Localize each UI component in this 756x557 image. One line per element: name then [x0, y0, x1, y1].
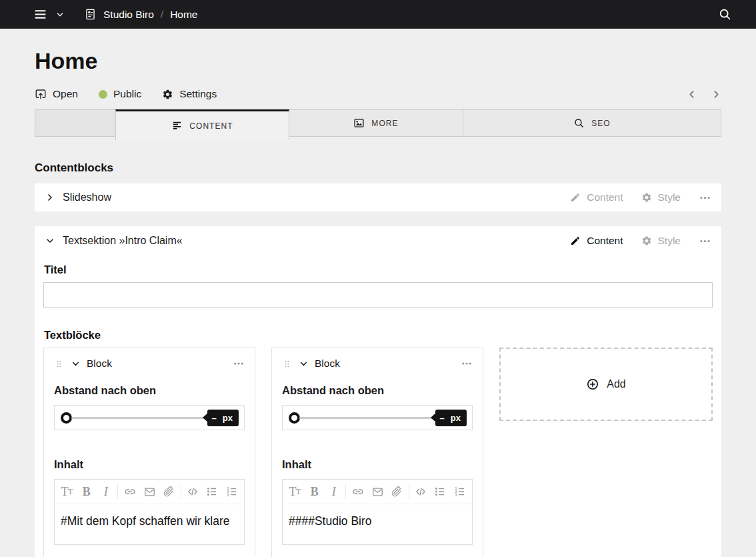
slider-track[interactable]: [299, 417, 433, 419]
block-toggle[interactable]: Block: [299, 358, 340, 370]
chevron-down-icon: [71, 360, 80, 368]
hamburger-icon: [33, 7, 47, 21]
italic-button[interactable]: I: [96, 482, 115, 502]
attachment-button[interactable]: [387, 482, 407, 502]
code-button[interactable]: [183, 482, 203, 502]
tab-more-label: MORE: [371, 119, 398, 128]
slider-unit: px: [223, 413, 233, 423]
textsektion-options-button[interactable]: [699, 235, 711, 247]
slider-track[interactable]: [71, 417, 205, 419]
email-button[interactable]: [367, 482, 387, 502]
main-menu-button[interactable]: [33, 7, 64, 21]
breadcrumb-site[interactable]: Studio Biro: [103, 9, 154, 21]
spacing-slider[interactable]: – px: [282, 405, 473, 430]
page: Home Open Public Settings CONTENT MORE: [0, 49, 756, 557]
slideshow-block: Slideshow Content Style: [35, 183, 721, 211]
attachment-button[interactable]: [159, 482, 179, 502]
heading-button[interactable]: TT: [285, 482, 305, 502]
settings-button[interactable]: Settings: [162, 88, 217, 100]
breadcrumb-page[interactable]: Home: [170, 9, 197, 21]
slider-knob[interactable]: [61, 412, 72, 424]
page-icon: [84, 8, 97, 21]
spacing-label: Abstand nach oben: [54, 384, 245, 397]
titel-input[interactable]: [43, 282, 713, 308]
slideshow-content-label: Content: [587, 191, 623, 203]
image-icon: [353, 117, 365, 129]
inhalt-label: Inhalt: [282, 458, 473, 471]
slideshow-toggle[interactable]: Slideshow: [45, 191, 111, 203]
textsektion-style-label: Style: [658, 235, 681, 247]
block-toggle[interactable]: Block: [71, 358, 112, 370]
textsektion-actions: Content Style: [570, 235, 711, 247]
contentblocks-label: Contentblocks: [35, 161, 721, 175]
slider-value: –: [440, 413, 445, 423]
ordered-list-button[interactable]: [450, 482, 469, 502]
tab-more[interactable]: MORE: [289, 109, 463, 137]
bold-button[interactable]: B: [77, 482, 96, 502]
plus-circle-icon: [586, 378, 599, 391]
heading-button[interactable]: TT: [57, 482, 77, 502]
breadcrumb-separator: /: [161, 9, 163, 21]
gear-icon: [641, 192, 652, 203]
search-icon[interactable]: [718, 7, 732, 21]
chevron-right-icon: [45, 193, 55, 202]
chevron-down-icon: [45, 236, 55, 245]
editor-toolbar: TT B I: [283, 480, 472, 504]
spacing-slider[interactable]: – px: [54, 405, 245, 430]
status-dot-icon: [99, 90, 107, 99]
block-header: Block: [54, 358, 245, 370]
pencil-icon: [570, 192, 581, 203]
code-button[interactable]: [411, 482, 431, 502]
block-header: Block: [282, 358, 473, 370]
gear-icon: [162, 89, 173, 100]
textsektion-block: Textsektion »Intro Claim« Content Style …: [35, 226, 721, 557]
bullet-list-button[interactable]: [203, 482, 222, 502]
editor-textarea[interactable]: #Mit dem Kopf schaffen wir klare: [55, 504, 244, 544]
slider-value-badge: – px: [203, 410, 239, 426]
text-block-card: Block Abstand nach oben – px: [43, 348, 255, 557]
text-editor: TT B I #Mit dem Kopf schaffen wir klare: [54, 479, 245, 545]
titel-label: Titel: [43, 263, 713, 276]
slideshow-options-button[interactable]: [699, 191, 711, 204]
status-badge[interactable]: Public: [99, 88, 141, 100]
slideshow-content-action[interactable]: Content: [570, 191, 623, 203]
topbar: Studio Biro / Home: [0, 0, 756, 29]
drag-handle-icon[interactable]: [54, 359, 64, 369]
textsektion-toggle[interactable]: Textsektion »Intro Claim«: [45, 235, 183, 247]
textsektion-style-action[interactable]: Style: [641, 235, 681, 247]
chevron-down-icon: [56, 11, 64, 19]
editor-textarea[interactable]: ####Studio Biro: [283, 504, 472, 544]
toolbar-divider: [409, 484, 409, 499]
slideshow-actions: Content Style: [570, 191, 711, 204]
block-options-button[interactable]: [461, 358, 473, 370]
next-page-button[interactable]: [711, 89, 721, 99]
prev-page-button[interactable]: [687, 89, 697, 99]
add-label: Add: [607, 378, 625, 390]
slideshow-style-action[interactable]: Style: [641, 191, 681, 203]
italic-button[interactable]: I: [324, 482, 343, 502]
ordered-list-button[interactable]: [222, 482, 241, 502]
link-button[interactable]: [120, 482, 139, 502]
open-icon: [35, 88, 47, 100]
drag-handle-icon[interactable]: [282, 359, 292, 369]
tab-seo[interactable]: SEO: [463, 109, 721, 137]
breadcrumb: Studio Biro / Home: [84, 8, 198, 21]
open-button[interactable]: Open: [35, 88, 78, 100]
page-title: Home: [35, 49, 721, 73]
tab-content-label: CONTENT: [189, 121, 233, 131]
slider-knob[interactable]: [289, 412, 300, 424]
slideshow-style-label: Style: [658, 191, 681, 203]
slider-value: –: [212, 413, 217, 423]
tab-blank[interactable]: [35, 109, 116, 137]
gear-icon: [641, 235, 652, 246]
bold-button[interactable]: B: [305, 482, 324, 502]
text-editor: TT B I ####Studio Biro: [282, 479, 473, 545]
link-button[interactable]: [348, 482, 367, 502]
textsektion-content-action[interactable]: Content: [570, 235, 623, 247]
add-block-button[interactable]: Add: [499, 348, 713, 421]
email-button[interactable]: [139, 482, 159, 502]
tab-content[interactable]: CONTENT: [115, 109, 289, 140]
block-options-button[interactable]: [233, 358, 245, 370]
bullet-list-button[interactable]: [431, 482, 450, 502]
status-label: Public: [113, 88, 141, 100]
